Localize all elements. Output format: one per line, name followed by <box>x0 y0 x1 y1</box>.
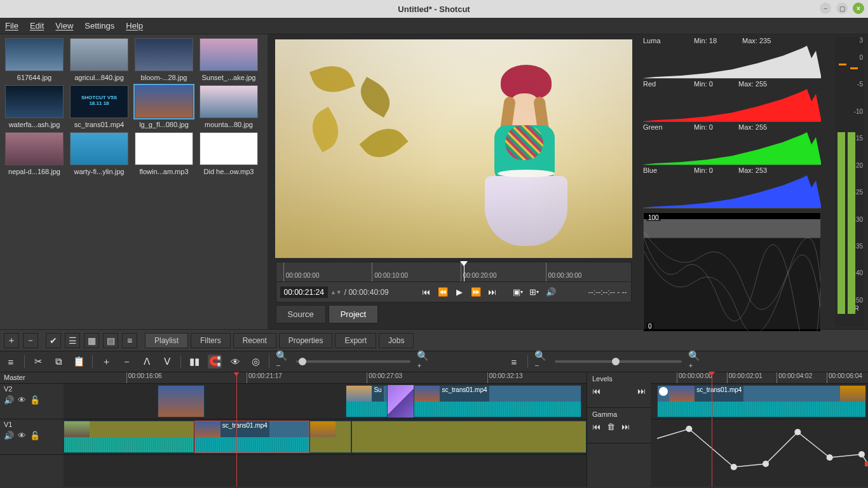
tab-playlist[interactable]: Playlist <box>145 333 188 348</box>
keyframe-section-levels: Levels ⏮ ⏭ <box>587 372 651 408</box>
clip-v2-left[interactable]: Su <box>346 385 388 417</box>
keyframe-menu-button[interactable]: ≡ <box>507 355 521 369</box>
hide-icon[interactable]: 👁 <box>18 395 26 405</box>
playlist-item[interactable]: 617644.jpg <box>4 38 65 81</box>
window-minimize-button[interactable]: – <box>820 3 831 14</box>
volume-button[interactable]: 🔊 <box>544 285 558 299</box>
rewind-button[interactable]: ⏪ <box>436 285 450 299</box>
kf-prev-button[interactable]: ⏮ <box>592 422 600 431</box>
playlist-item[interactable]: flowin...am.mp3 <box>133 132 194 175</box>
clip-image-v2a[interactable] <box>158 385 205 417</box>
kf-zoom-slider[interactable] <box>555 360 682 363</box>
timecode-current[interactable]: 00:00:21:24 <box>280 287 328 298</box>
playlist-item[interactable]: nepal-d...168.jpg <box>4 132 65 175</box>
keyframe-playhead[interactable] <box>712 372 712 487</box>
paste-button[interactable]: 📋 <box>72 355 86 369</box>
clip-v1-selected[interactable]: sc_trans01.mp4 <box>194 421 309 453</box>
kf-zoom-out-button[interactable]: 🔍⁻ <box>534 355 548 369</box>
kf-clip[interactable]: sc_trans01.mp4 <box>657 385 865 417</box>
playlist-item[interactable]: Did he...ow.mp3 <box>198 132 259 175</box>
mute-icon[interactable]: 🔊 <box>4 395 14 405</box>
kf-next-button[interactable]: ⏭ <box>621 422 630 431</box>
clip-v1-a[interactable] <box>64 421 194 453</box>
tab-jobs[interactable]: Jobs <box>379 333 414 348</box>
mute-icon[interactable]: 🔊 <box>4 431 14 440</box>
tab-properties[interactable]: Properties <box>279 333 333 348</box>
cut-button[interactable]: ✂ <box>31 355 45 369</box>
split-button[interactable]: ▮▮ <box>187 355 201 369</box>
playlist-update-button[interactable]: ✔ <box>46 333 61 348</box>
zoom-in-button[interactable]: 🔍⁺ <box>417 355 431 369</box>
playlist-item[interactable]: lg_g_fl...080.jpg <box>133 85 194 128</box>
fast-forward-button[interactable]: ⏩ <box>469 285 483 299</box>
track-lane-v2[interactable]: Su sc_trans01.mp4 <box>64 384 587 419</box>
tab-filters[interactable]: Filters <box>191 333 231 348</box>
playlist-item-label: 617644.jpg <box>4 74 65 81</box>
track-head-v2[interactable]: V2 🔊 👁 🔓 <box>0 384 64 419</box>
menu-help[interactable]: Help <box>126 21 143 30</box>
skip-end-button[interactable]: ⏭ <box>485 285 499 299</box>
menu-file[interactable]: File <box>5 21 18 30</box>
menu-view[interactable]: View <box>55 21 73 30</box>
playlist-item[interactable]: warty-fi...ylin.jpg <box>69 132 130 175</box>
timeline-panel: Master V2 🔊 👁 🔓 V1 🔊 👁 🔓 00:00: <box>0 372 587 487</box>
zoom-fit-button[interactable]: ▣▾ <box>511 285 525 299</box>
audio-meter: 30-5-10-15-20-25-30-35-40-50 L R <box>835 37 864 327</box>
transition-clip[interactable] <box>388 385 414 417</box>
svg-rect-1 <box>644 219 820 238</box>
playlist-item[interactable]: Sunset_...ake.jpg <box>198 38 259 81</box>
grid-button[interactable]: ⊞▾ <box>527 285 541 299</box>
view-list-button[interactable]: ≡ <box>122 333 137 348</box>
kf-zoom-in-button[interactable]: 🔍⁺ <box>688 355 702 369</box>
tab-recent[interactable]: Recent <box>233 333 276 348</box>
timeline-menu-button[interactable]: ≡ <box>4 355 18 369</box>
clip-v1-b[interactable] <box>309 421 351 453</box>
menu-settings[interactable]: Settings <box>85 21 114 30</box>
view-icons-button[interactable]: ▤ <box>103 333 118 348</box>
playlist-item[interactable]: agricul...840.jpg <box>69 38 130 81</box>
playlist-item[interactable]: SHOTCUT V5S 18.11 18sc_trans01.mp4 <box>69 85 130 128</box>
play-button[interactable]: ▶ <box>452 285 466 299</box>
kf-prev-button[interactable]: ⏮ <box>592 386 600 396</box>
video-preview[interactable] <box>275 39 632 258</box>
clip-v2-main[interactable]: sc_trans01.mp4 <box>414 385 581 417</box>
window-close-button[interactable]: × <box>853 3 864 14</box>
tab-project[interactable]: Project <box>329 305 378 323</box>
keyframe-curve[interactable] <box>651 419 868 477</box>
tab-export[interactable]: Export <box>335 333 376 348</box>
overwrite-button[interactable]: ᐯ <box>160 355 174 369</box>
player-ruler[interactable]: 00:00:00:00 00:00:10:00 00:00:20:00 00:0… <box>276 262 632 282</box>
playlist-add-button[interactable]: ＋ <box>4 333 19 348</box>
playlist-item[interactable]: mounta...80.jpg <box>198 85 259 128</box>
track-head-v1[interactable]: V1 🔊 👁 🔓 <box>0 419 64 455</box>
skip-start-button[interactable]: ⏮ <box>419 285 433 299</box>
scrub-button[interactable]: 👁 <box>228 355 242 369</box>
track-lane-v1[interactable]: sc_trans01.mp4 <box>64 419 587 455</box>
playlist-remove-button[interactable]: － <box>23 333 38 348</box>
timeline-playhead[interactable] <box>236 372 237 487</box>
clip-v1-c[interactable] <box>351 421 587 453</box>
menu-edit[interactable]: Edit <box>30 21 44 30</box>
view-details-button[interactable]: ☰ <box>65 333 80 348</box>
view-tiles-button[interactable]: ▦ <box>84 333 99 348</box>
lock-icon[interactable]: 🔓 <box>30 431 40 440</box>
track-head-master[interactable]: Master <box>0 372 64 384</box>
zoom-slider[interactable] <box>296 360 410 363</box>
hide-icon[interactable]: 👁 <box>18 431 26 440</box>
tab-source[interactable]: Source <box>276 305 326 323</box>
window-maximize-button[interactable]: ▢ <box>836 3 848 14</box>
playlist-item[interactable]: waterfa...ash.jpg <box>4 85 65 128</box>
kf-next-button[interactable]: ⏭ <box>637 386 646 396</box>
kf-delete-button[interactable]: 🗑 <box>607 422 615 431</box>
keyframe-body[interactable]: 00:00:00:0000:00:02:0100:00:04:0200:00:0… <box>651 372 868 487</box>
playlist-item[interactable]: bloom-...28.jpg <box>133 38 194 81</box>
lock-icon[interactable]: 🔓 <box>30 395 40 405</box>
ripple-button[interactable]: ◎ <box>248 355 262 369</box>
timeline-body[interactable]: 00:00:16:0600:00:21:1700:00:27:0300:00:3… <box>64 372 587 487</box>
zoom-out-button[interactable]: 🔍⁻ <box>276 355 290 369</box>
copy-button[interactable]: ⧉ <box>51 355 65 369</box>
append-button[interactable]: ＋ <box>99 355 113 369</box>
snap-button[interactable]: 🧲 <box>208 355 222 369</box>
lift-button[interactable]: ᐱ <box>140 355 154 369</box>
remove-button[interactable]: － <box>119 355 133 369</box>
